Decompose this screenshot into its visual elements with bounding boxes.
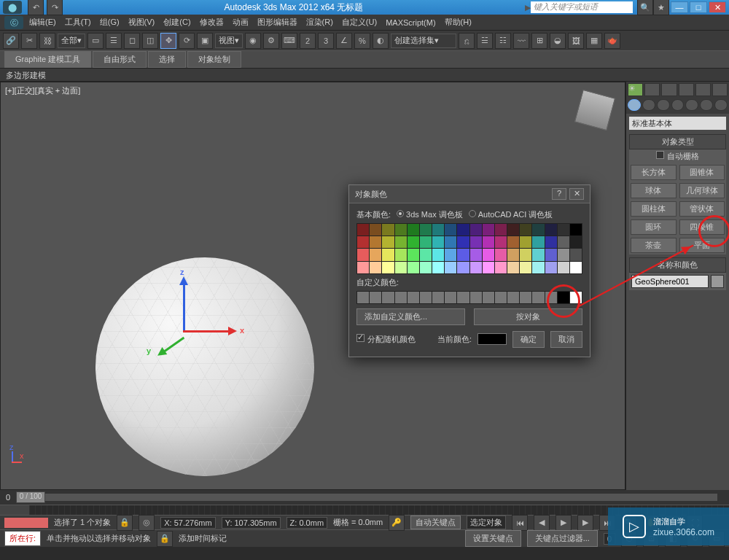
coord-y[interactable]: Y: 107.305mm xyxy=(222,517,281,529)
custom-swatch[interactable] xyxy=(395,292,407,303)
color-swatch[interactable] xyxy=(370,262,381,273)
color-swatch[interactable] xyxy=(357,249,369,260)
menu-modifiers[interactable]: 修改器 xyxy=(200,17,224,28)
ref-coord-dropdown[interactable]: 视图 ▾ xyxy=(215,34,243,48)
layers-icon[interactable]: ☷ xyxy=(495,33,511,49)
object-name-input[interactable]: GeoSphere001 xyxy=(631,275,709,288)
color-swatch[interactable] xyxy=(432,236,444,248)
color-swatch[interactable] xyxy=(483,224,494,236)
color-swatch[interactable] xyxy=(370,224,381,236)
motion-tab-icon[interactable] xyxy=(679,83,694,96)
color-swatch[interactable] xyxy=(483,262,494,273)
selfilter-drop[interactable]: 选定对象 xyxy=(467,516,506,529)
color-swatch[interactable] xyxy=(408,236,419,248)
rollout-object-type[interactable]: 对象类型 xyxy=(629,134,726,149)
custom-swatch[interactable] xyxy=(570,292,582,303)
custom-swatch[interactable] xyxy=(408,292,419,303)
custom-swatch[interactable] xyxy=(370,292,381,303)
select-name-icon[interactable]: ☰ xyxy=(106,33,122,49)
color-swatch[interactable] xyxy=(470,224,482,236)
create-tab-icon[interactable]: ☀ xyxy=(628,83,643,96)
color-swatch[interactable] xyxy=(382,224,394,236)
coord-z[interactable]: Z: 0.0mm xyxy=(286,517,327,529)
prim-tube[interactable]: 管状体 xyxy=(679,201,725,217)
align-icon[interactable]: ☱ xyxy=(477,33,493,49)
color-swatch[interactable] xyxy=(457,249,469,260)
color-swatch[interactable] xyxy=(420,249,432,260)
custom-swatch[interactable] xyxy=(558,292,569,303)
prim-cone[interactable]: 圆锥体 xyxy=(679,165,725,180)
systems-icon[interactable] xyxy=(714,99,728,111)
time-knob[interactable]: 0 / 100 xyxy=(16,491,45,503)
color-swatch[interactable] xyxy=(470,262,482,273)
color-swatch[interactable] xyxy=(545,236,557,248)
custom-swatch[interactable] xyxy=(357,292,369,303)
bind-icon[interactable]: ⛓ xyxy=(39,33,55,49)
menu-rendering[interactable]: 渲染(R) xyxy=(306,17,333,28)
menu-animation[interactable]: 动画 xyxy=(233,17,249,28)
color-swatch[interactable] xyxy=(570,262,582,273)
color-swatch[interactable] xyxy=(395,249,407,260)
color-swatch[interactable] xyxy=(408,249,419,260)
menu-group[interactable]: 组(G) xyxy=(100,17,120,28)
prim-sphere[interactable]: 球体 xyxy=(631,183,677,198)
color-swatch[interactable] xyxy=(495,236,507,248)
lock-icon[interactable]: 🔒 xyxy=(117,515,133,531)
current-color-swatch[interactable] xyxy=(477,333,507,345)
custom-colors-row[interactable] xyxy=(356,291,582,304)
color-swatch[interactable] xyxy=(507,249,519,260)
color-swatch[interactable] xyxy=(357,224,369,236)
custom-swatch[interactable] xyxy=(545,292,557,303)
color-swatch[interactable] xyxy=(520,224,531,236)
color-swatch[interactable] xyxy=(520,236,531,248)
color-swatch[interactable] xyxy=(432,224,444,236)
color-palette-grid[interactable] xyxy=(356,223,582,274)
lights-icon[interactable] xyxy=(657,99,670,111)
mirror-icon[interactable]: ⎌ xyxy=(459,33,475,49)
percentsnap-icon[interactable]: % xyxy=(354,33,370,49)
dialog-close-button[interactable]: ✕ xyxy=(569,188,584,200)
material-icon[interactable]: ◒ xyxy=(550,33,566,49)
color-swatch[interactable] xyxy=(420,262,432,273)
custom-swatch[interactable] xyxy=(382,292,394,303)
color-swatch[interactable] xyxy=(445,262,456,273)
time-slider[interactable]: 0 0 / 100 xyxy=(0,490,729,505)
color-swatch[interactable] xyxy=(408,224,419,236)
color-swatch[interactable] xyxy=(483,236,494,248)
cameras-icon[interactable] xyxy=(671,99,685,111)
color-swatch[interactable] xyxy=(520,249,531,260)
add-timetag[interactable]: 添加时间标记 xyxy=(179,533,227,544)
redo-icon[interactable]: ↷ xyxy=(47,0,63,15)
tab-objpaint[interactable]: 对象绘制 xyxy=(187,51,241,68)
category-dropdown[interactable]: 标准基本体 xyxy=(629,117,726,130)
next-frame-icon[interactable]: ▶ xyxy=(577,515,593,531)
color-swatch[interactable] xyxy=(495,262,507,273)
color-swatch[interactable] xyxy=(507,262,519,273)
by-object-button[interactable]: 按对象 xyxy=(474,308,582,325)
color-swatch[interactable] xyxy=(532,249,544,260)
autokey-button[interactable]: 自动关键点 xyxy=(410,516,461,529)
menu-help[interactable]: 帮助(H) xyxy=(445,17,472,28)
menu-maxscript[interactable]: MAXScript(M) xyxy=(386,18,435,27)
rotate-icon[interactable]: ⟳ xyxy=(179,33,195,49)
color-swatch[interactable] xyxy=(507,236,519,248)
color-swatch[interactable] xyxy=(395,224,407,236)
custom-swatch[interactable] xyxy=(432,292,444,303)
anglesnap-icon[interactable]: ∠ xyxy=(336,33,352,49)
color-swatch[interactable] xyxy=(357,236,369,248)
rect-select-icon[interactable]: ◻ xyxy=(124,33,140,49)
color-swatch[interactable] xyxy=(570,249,582,260)
color-swatch[interactable] xyxy=(495,224,507,236)
geosphere-object[interactable] xyxy=(95,257,314,476)
selection-scope-dropdown[interactable]: 全部 ▾ xyxy=(58,34,85,48)
color-swatch[interactable] xyxy=(545,249,557,260)
shapes-icon[interactable] xyxy=(642,99,655,111)
prim-plane[interactable]: 平面 xyxy=(679,238,725,253)
render-icon[interactable]: 🫖 xyxy=(604,33,620,49)
maximize-button[interactable]: □ xyxy=(690,1,707,13)
help-search-input[interactable]: 键入关键字或短语 xyxy=(531,1,633,13)
color-swatch[interactable] xyxy=(520,262,531,273)
autogrid-checkbox[interactable] xyxy=(656,151,664,159)
link-icon[interactable]: 🔗 xyxy=(3,33,19,49)
palette-aci-radio[interactable]: AutoCAD ACI 调色板 xyxy=(469,209,553,220)
